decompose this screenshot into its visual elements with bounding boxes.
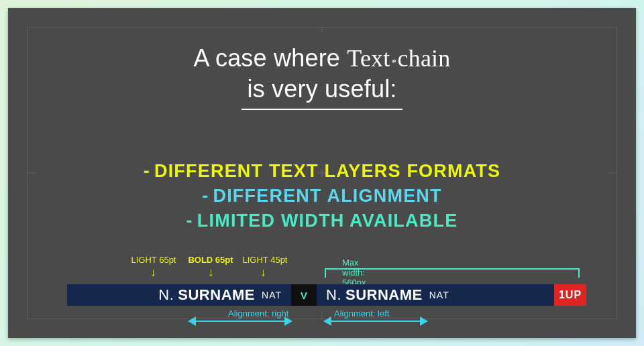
svg-marker-0 <box>188 316 196 326</box>
alignment-left-label: Alignment: left <box>334 308 389 319</box>
svg-marker-1 <box>284 316 292 326</box>
title-pre: A case where <box>194 44 347 72</box>
bullet-1: -Different text layers formats <box>8 161 636 182</box>
bullet-2: -Different alignment <box>8 186 636 207</box>
svg-marker-2 <box>323 316 331 326</box>
left-initial: N. <box>158 286 174 304</box>
arrow-down-icon: ↓ <box>150 267 156 278</box>
title-serif-1: Text <box>347 45 390 72</box>
svg-marker-3 <box>420 316 428 326</box>
bullet-list: -Different text layers formats -Differen… <box>8 161 636 231</box>
right-surname: SURNAME <box>341 286 423 304</box>
title-underline <box>241 109 402 110</box>
title-serif-2: chain <box>398 45 451 72</box>
score-bar: N. SURNAME NAT V N. SURNAME NAT 1UP <box>67 284 604 306</box>
bullet-3: -Limited width available <box>8 211 636 231</box>
arrow-down-icon: ↓ <box>260 267 266 278</box>
alignment-right-label: Alignment: right <box>228 308 288 319</box>
left-nat: NAT <box>255 290 282 300</box>
team-left: N. SURNAME NAT <box>67 284 291 306</box>
team-right: N. SURNAME NAT <box>317 284 554 306</box>
title-line-2: is very useful: <box>8 75 636 103</box>
score-badge: 1UP <box>554 284 586 306</box>
title-block: A case where Text⚭chain is very useful: <box>8 44 636 110</box>
label-light45: LIGHT 45pt <box>239 255 290 265</box>
arrow-down-icon: ↓ <box>208 267 214 278</box>
right-initial: N. <box>326 286 341 304</box>
vs-box: V <box>291 284 317 306</box>
arrow-horizontal-icon <box>189 321 291 322</box>
label-light65: LIGHT 65pt <box>125 255 182 265</box>
composition-canvas[interactable]: A case where Text⚭chain is very useful: … <box>8 8 636 338</box>
right-nat: NAT <box>423 290 449 300</box>
left-surname: SURNAME <box>174 286 255 304</box>
bracket-icon <box>325 268 580 278</box>
label-bold65: BOLD 65pt <box>182 255 239 265</box>
arrow-horizontal-icon <box>325 321 427 322</box>
